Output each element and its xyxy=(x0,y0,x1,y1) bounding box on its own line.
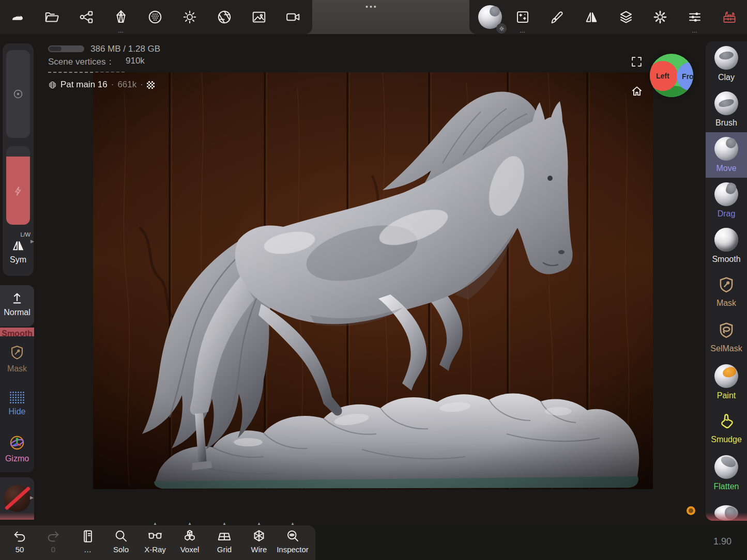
smudge-label: Smudge xyxy=(711,435,742,444)
hide-dotted-icon xyxy=(9,391,25,405)
settings-gear-icon[interactable] xyxy=(649,4,672,30)
memory-usage-bar xyxy=(48,45,84,52)
orange-status-indicator[interactable] xyxy=(687,506,695,515)
selmask-shield-lasso-icon xyxy=(716,320,736,341)
grid-button[interactable]: ▲ Grid xyxy=(209,528,240,558)
matcap-gear-badge-icon xyxy=(496,23,507,34)
stamp-more-dots: … xyxy=(520,27,526,34)
voxel-button[interactable]: ▲ Voxel xyxy=(174,528,205,558)
symmetry-toggle[interactable]: L/W ▶ Sym xyxy=(3,231,34,271)
tool-paint[interactable]: Paint xyxy=(706,360,747,405)
brush-intensity-slider[interactable] xyxy=(6,146,30,225)
home-icon xyxy=(630,84,644,98)
sculpt-viewport-canvas[interactable] xyxy=(93,72,653,489)
falloff-normal-button[interactable]: Normal xyxy=(0,285,34,326)
left-tool-gizmo[interactable]: Gizmo xyxy=(0,426,34,471)
gizmo-label: Gizmo xyxy=(5,454,29,463)
tool-flatten[interactable]: Flatten xyxy=(706,450,747,496)
mask-shield-brush-icon xyxy=(716,275,736,295)
left-slider-panel: L/W ▶ Sym xyxy=(3,43,34,276)
falloff-arrow-up-icon xyxy=(9,290,25,306)
smudge-finger-icon xyxy=(716,411,736,432)
active-matcap-material-button[interactable] xyxy=(477,3,504,32)
debug-toolbox-icon[interactable] xyxy=(718,4,741,30)
brush-label: Brush xyxy=(715,118,737,128)
postprocess-aperture-icon[interactable] xyxy=(213,4,236,30)
smooth-peek-label: Smooth xyxy=(2,329,33,336)
wire-button[interactable]: ▲ Wire xyxy=(243,528,275,558)
tool-move[interactable]: Move xyxy=(706,132,747,178)
redo-button[interactable]: 0 xyxy=(38,528,69,558)
scene-vertices-value: 910k xyxy=(126,56,145,66)
camera-video-icon[interactable] xyxy=(282,4,304,30)
voxel-label: Voxel xyxy=(180,545,200,554)
sliders-more-dots: … xyxy=(692,27,698,34)
background-image-icon[interactable] xyxy=(248,4,270,30)
multitask-handle-icon[interactable]: ••• xyxy=(365,3,378,11)
reset-camera-home-button[interactable] xyxy=(630,84,644,98)
undo-button[interactable]: 50 xyxy=(4,528,35,558)
tool-drag[interactable]: Drag xyxy=(706,178,747,223)
active-material-slot[interactable]: ▶ xyxy=(0,477,34,520)
solo-button[interactable]: Solo xyxy=(105,528,136,558)
mask-shield-icon xyxy=(8,344,26,362)
zoom-level-indicator: 1.90 xyxy=(713,536,731,547)
scene-graph-icon[interactable] xyxy=(75,4,98,30)
paint-settings-brush-icon[interactable] xyxy=(545,4,568,30)
xray-label: X-Ray xyxy=(144,545,166,554)
fullscreen-icon xyxy=(630,55,643,68)
app-logo-icon[interactable] xyxy=(6,4,29,30)
tool-brush[interactable]: Brush xyxy=(706,87,747,132)
lighting-sun-icon[interactable] xyxy=(178,4,201,30)
paint-sphere-icon xyxy=(714,364,738,388)
right-tool-panel: Clay Brush Move Drag Smooth Mask SelMask xyxy=(706,41,747,521)
voxel-caret-icon: ▲ xyxy=(188,521,192,526)
history-button[interactable]: … xyxy=(72,528,103,558)
selmask-label: SelMask xyxy=(710,344,742,353)
tool-smudge[interactable]: Smudge xyxy=(706,405,747,450)
inspector-button[interactable]: ▲ Inspector xyxy=(277,528,308,558)
tool-mask[interactable]: Mask xyxy=(706,269,747,314)
material-submenu-arrow-icon: ▶ xyxy=(30,495,34,500)
top-toolbar: ••• … xyxy=(0,0,747,34)
open-file-folder-icon[interactable] xyxy=(40,4,63,30)
stamp-stencil-icon[interactable]: … xyxy=(511,4,534,30)
grid-icon xyxy=(217,528,232,544)
intensity-lightning-icon xyxy=(12,185,24,197)
layer-dot2: · xyxy=(140,80,143,90)
view-cube-left-label: Left xyxy=(656,72,669,80)
xray-caret-icon: ▲ xyxy=(153,521,157,526)
matcap-library-icon[interactable] xyxy=(144,4,166,30)
brush-radius-slider[interactable] xyxy=(6,50,30,138)
paint-label: Paint xyxy=(717,391,736,400)
tool-selmask[interactable]: SelMask xyxy=(706,314,747,360)
redo-icon xyxy=(45,528,61,544)
tool-partial-next[interactable] xyxy=(706,496,747,521)
primitives-icon[interactable]: … xyxy=(110,4,132,30)
layer-alpha-checker-icon xyxy=(147,81,155,89)
tool-smooth[interactable]: Smooth xyxy=(706,223,747,269)
view-cube-front-label: Front xyxy=(682,72,693,81)
view-orientation-cube[interactable]: Left Front xyxy=(650,54,693,97)
move-label: Move xyxy=(716,164,736,173)
grid-label: Grid xyxy=(217,545,232,554)
undo-count: 50 xyxy=(16,545,24,554)
tool-clay[interactable]: Clay xyxy=(706,41,747,87)
left-tool-hide[interactable]: Hide xyxy=(0,381,34,426)
active-layer-row[interactable]: Pat main 16 · 661k · xyxy=(48,79,155,91)
scrolled-smooth-tool-peek[interactable]: Smooth xyxy=(0,328,34,336)
left-tool-panel: Mask Hide Gizmo xyxy=(0,336,34,472)
redo-count: 0 xyxy=(51,545,55,554)
left-tool-mask[interactable]: Mask xyxy=(0,336,34,381)
undo-icon xyxy=(12,528,27,544)
interface-sliders-icon[interactable]: … xyxy=(683,4,706,30)
inspector-eye-icon xyxy=(285,528,300,544)
wire-caret-icon: ▲ xyxy=(257,521,261,526)
flatten-sphere-icon xyxy=(714,455,738,479)
xray-button[interactable]: ▲ X-Ray xyxy=(140,528,171,558)
fullscreen-button[interactable] xyxy=(630,55,643,68)
layers-icon[interactable] xyxy=(615,4,637,30)
horse-sculpture-render xyxy=(93,72,653,489)
symmetry-label: Sym xyxy=(3,255,34,265)
symmetry-icon[interactable] xyxy=(580,4,603,30)
